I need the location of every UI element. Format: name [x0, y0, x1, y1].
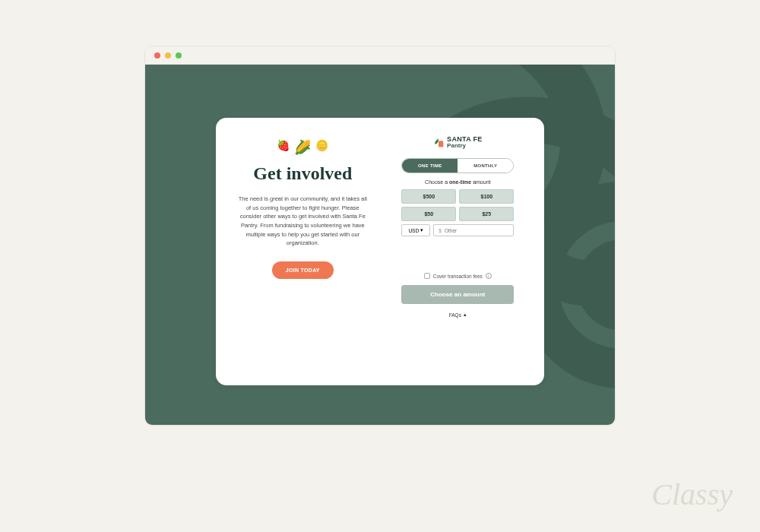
faqs-label: FAQs: [449, 312, 461, 318]
cover-fees-checkbox[interactable]: [424, 273, 430, 279]
window-minimize-icon[interactable]: [165, 52, 171, 59]
cover-fees-label: Cover transaction fees: [433, 274, 483, 279]
svg-rect-2: [439, 141, 443, 147]
donation-card: 🍓 🌽 🪙 Get involved The need is great in …: [216, 118, 544, 385]
amount-grid: $500 $100 $50 $25: [401, 189, 514, 221]
corn-icon: 🌽: [294, 139, 311, 156]
join-today-button[interactable]: JOIN TODAY: [272, 261, 334, 279]
coin-icon: 🪙: [315, 139, 328, 156]
illustration-row: 🍓 🌽 🪙: [237, 139, 369, 156]
amount-option[interactable]: $500: [401, 189, 456, 204]
currency-symbol: $: [439, 228, 442, 233]
other-amount-input[interactable]: [445, 228, 508, 233]
currency-value: USD: [408, 228, 419, 233]
org-mark-icon: [433, 138, 444, 148]
description-text: The need is great in our community, and …: [237, 195, 369, 248]
headline: Get involved: [237, 163, 369, 184]
browser-window: 🍓 🌽 🪙 Get involved The need is great in …: [144, 46, 616, 426]
card-right-column: SANTA FE Pantry ONE TIME MONTHLY Choose …: [387, 118, 544, 385]
info-icon[interactable]: i: [486, 273, 492, 279]
chevron-up-icon: ▴: [464, 312, 467, 318]
currency-select[interactable]: USD ▾: [401, 224, 430, 236]
choose-amount-label: Choose a one-time amount: [393, 179, 523, 185]
choose-prefix: Choose a: [425, 179, 449, 185]
faqs-toggle[interactable]: FAQs ▴: [449, 312, 467, 318]
window-close-icon[interactable]: [154, 52, 160, 59]
choose-suffix: amount: [471, 179, 490, 185]
frequency-toggle: ONE TIME MONTHLY: [401, 158, 514, 173]
strawberry-icon: 🍓: [277, 139, 290, 156]
amount-option[interactable]: $50: [401, 207, 456, 221]
other-amount-field[interactable]: $: [433, 224, 514, 236]
window-titlebar: [145, 46, 615, 65]
card-left-column: 🍓 🌽 🪙 Get involved The need is great in …: [216, 118, 387, 385]
page-viewport: 🍓 🌽 🪙 Get involved The need is great in …: [145, 65, 615, 425]
svg-point-1: [592, 255, 615, 315]
choose-amount-button[interactable]: Choose an amount: [401, 285, 514, 304]
svg-point-0: [539, 201, 615, 369]
window-zoom-icon[interactable]: [176, 52, 182, 59]
tab-monthly[interactable]: MONTHLY: [458, 159, 513, 173]
org-logo: SANTA FE Pantry: [393, 136, 523, 149]
chevron-down-icon: ▾: [420, 227, 423, 233]
org-subtitle: Pantry: [447, 143, 482, 149]
tab-one-time[interactable]: ONE TIME: [402, 159, 458, 173]
other-amount-row: USD ▾ $: [401, 224, 514, 236]
classy-wordmark: Classy: [651, 477, 733, 512]
amount-option[interactable]: $25: [459, 207, 514, 221]
amount-option[interactable]: $100: [459, 189, 514, 204]
choose-bold: one-time: [449, 179, 471, 185]
cover-fees-row: Cover transaction fees i: [393, 273, 523, 279]
